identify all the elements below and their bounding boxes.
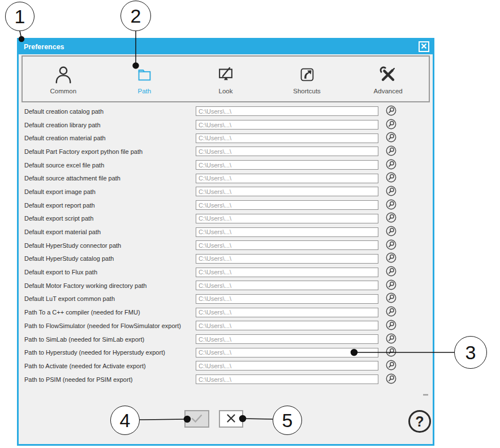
magnifier-icon [386, 252, 396, 265]
setting-label: Default export script path [24, 215, 196, 222]
browse-button[interactable] [386, 294, 396, 304]
path-input[interactable] [196, 294, 378, 304]
callout-2: 2 [120, 1, 151, 31]
setting-label: Default creation catalog path [24, 108, 196, 115]
settings-row: Default creation library path [19, 118, 433, 132]
path-input[interactable] [196, 254, 378, 264]
browse-button[interactable] [386, 253, 396, 264]
browse-button[interactable] [386, 267, 396, 278]
path-input[interactable] [196, 240, 378, 250]
cancel-button[interactable] [219, 410, 243, 428]
path-input[interactable] [196, 147, 378, 156]
path-input[interactable] [196, 361, 378, 371]
tab-common[interactable]: Common [23, 57, 104, 101]
tab-label: Shortcuts [293, 88, 321, 94]
browse-button[interactable] [386, 374, 396, 385]
person-icon [54, 63, 73, 85]
browse-button[interactable] [386, 133, 396, 144]
browse-button[interactable] [386, 320, 396, 331]
path-input[interactable] [196, 281, 378, 290]
path-input[interactable] [196, 308, 378, 317]
ok-button[interactable] [184, 410, 209, 428]
tab-look[interactable]: Look [185, 57, 266, 101]
shortcut-arrow-icon [298, 63, 317, 85]
settings-row: Default HyperStudy catalog path [19, 252, 433, 266]
path-input[interactable] [196, 348, 378, 357]
tab-path[interactable]: Path [104, 57, 186, 101]
path-input[interactable] [196, 120, 378, 130]
magnifier-icon [386, 373, 396, 386]
browse-button[interactable] [386, 106, 396, 117]
path-input[interactable] [196, 214, 378, 223]
browse-button[interactable] [386, 240, 396, 251]
magnifier-icon [386, 292, 396, 305]
magnifier-icon [386, 159, 396, 171]
path-input[interactable] [196, 187, 378, 196]
setting-label: Default export image path [24, 188, 196, 195]
close-icon [421, 42, 427, 51]
callout-5: 5 [273, 406, 302, 435]
browse-button[interactable] [386, 213, 396, 224]
path-input[interactable] [196, 334, 378, 344]
path-input[interactable] [196, 200, 378, 210]
settings-row: Default source attachment file path [19, 171, 433, 185]
setting-label: Default export material path [24, 229, 196, 235]
settings-row: Default export to Flux path [19, 265, 433, 279]
settings-row: Default Part Factory export python file … [19, 145, 433, 158]
callout-2-number: 2 [131, 5, 141, 27]
callout-4: 4 [110, 406, 140, 435]
settings-row: Default export image path [19, 185, 433, 199]
callout-4-number: 4 [120, 410, 131, 432]
setting-label: Default source excel file path [24, 162, 196, 169]
settings-row: Path To a C++ compiler (needed for FMU) [19, 305, 433, 319]
path-input[interactable] [196, 133, 378, 143]
magnifier-icon [386, 320, 396, 332]
magnifier-icon [386, 306, 396, 318]
magnifier-icon [386, 119, 396, 131]
browse-button[interactable] [386, 160, 396, 170]
setting-label: Default creation library path [24, 122, 196, 128]
browse-button[interactable] [386, 360, 396, 371]
magnifier-icon [386, 333, 396, 346]
screen-edit-icon [216, 63, 235, 85]
close-button[interactable] [419, 41, 429, 52]
path-input[interactable] [196, 174, 378, 183]
browse-button[interactable] [386, 347, 396, 358]
setting-label: Path to SimLab (needed for SimLab export… [24, 336, 196, 343]
browse-button[interactable] [386, 334, 396, 344]
path-input[interactable] [196, 374, 378, 384]
path-input[interactable] [196, 106, 378, 116]
setting-label: Path To a C++ compiler (needed for FMU) [24, 309, 196, 316]
setting-label: Default HyperStudy catalog path [24, 255, 196, 262]
magnifier-icon [386, 346, 396, 359]
path-input[interactable] [196, 227, 378, 237]
browse-button[interactable] [386, 200, 396, 210]
question-mark-icon: ? [415, 413, 424, 430]
settings-list: Default creation catalog pathDefault cre… [19, 105, 433, 386]
magnifier-icon [386, 186, 396, 198]
callout-5-number: 5 [282, 410, 293, 432]
browse-button[interactable] [386, 227, 396, 238]
tools-icon [378, 63, 398, 85]
path-input[interactable] [196, 321, 378, 330]
magnifier-icon [386, 212, 396, 225]
magnifier-icon [386, 279, 396, 292]
tab-shortcuts[interactable]: Shortcuts [266, 57, 348, 101]
path-input[interactable] [196, 268, 378, 277]
setting-label: Default LuT export common path [24, 295, 196, 302]
tab-bar: CommonPathLookShortcutsAdvanced [21, 55, 430, 102]
tab-advanced[interactable]: Advanced [347, 57, 429, 101]
settings-row: Path to SimLab (needed for SimLab export… [19, 333, 433, 346]
browse-button[interactable] [386, 173, 396, 184]
browse-button[interactable] [386, 280, 396, 291]
browse-button[interactable] [386, 146, 396, 157]
browse-button[interactable] [386, 186, 396, 197]
help-button[interactable]: ? [408, 410, 431, 433]
browse-button[interactable] [386, 307, 396, 318]
settings-row: Path to FlowSimulator (needed for FlowSi… [19, 319, 433, 333]
browse-button[interactable] [386, 119, 396, 130]
path-input[interactable] [196, 160, 378, 170]
callout-3-number: 3 [465, 342, 476, 364]
setting-label: Default export to Flux path [24, 269, 196, 275]
settings-row: Path to Activate (needed for Activate ex… [19, 359, 433, 373]
